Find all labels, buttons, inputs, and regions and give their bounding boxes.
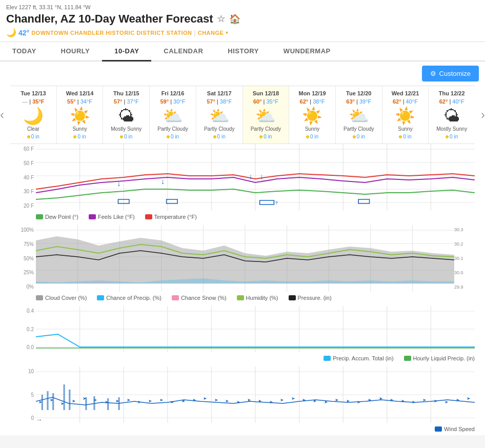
wind-y-labels: 10 5 0	[10, 366, 36, 423]
day-col-8[interactable]: Wed 12/21 62° | 40°F ☀️ Sunny 0 in	[382, 86, 429, 144]
nav-tabs: TODAY HOURLY 10-DAY CALENDAR HISTORY WUN…	[0, 42, 485, 62]
cloud-y-0: 0%	[12, 284, 34, 290]
precip-4: 0 in	[198, 134, 240, 139]
day-col-0[interactable]: Tue 12/13 — | 35°F 🌙 Clear 0 in	[10, 86, 57, 144]
precip-6: 0 in	[291, 134, 333, 139]
precip-1: 0 in	[59, 134, 101, 139]
day-header-7: Tue 12/20	[338, 90, 380, 96]
change-link[interactable]: CHANGE	[198, 30, 224, 36]
feellike-label: Feels Like (°F)	[98, 214, 135, 220]
pressure-label: Pressure. (in)	[298, 295, 332, 301]
humidity-label: Humidity (%)	[246, 295, 278, 301]
svg-text:➤: ➤	[291, 396, 295, 401]
precip-dot-4	[213, 135, 216, 138]
svg-text:➤: ➤	[390, 398, 393, 402]
svg-text:↓: ↓	[161, 177, 165, 185]
legend-wind: Wind Speed	[435, 426, 475, 432]
precip-legend: Precip. Accum. Total (in) Hourly Liquid …	[10, 352, 475, 364]
y-label-50: 50 F	[12, 160, 34, 166]
day-col-1[interactable]: Wed 12/14 55° | 34°F ☀️ Sunny 0 in	[57, 86, 104, 144]
precip-dot-7	[353, 135, 356, 138]
day-col-6[interactable]: Mon 12/19 62° | 38°F ☀️ Sunny 0 in	[289, 86, 336, 144]
precip-dot-6	[306, 135, 309, 138]
precip-dot-8	[399, 135, 402, 138]
weather-icon-5: ⛅	[245, 108, 287, 124]
tab-10day[interactable]: 10-DAY	[102, 42, 151, 62]
day-header-3: Fri 12/16	[152, 90, 194, 96]
tab-hourly[interactable]: HOURLY	[49, 42, 103, 62]
day-col-5[interactable]: Sun 12/18 60° | 35°F ⛅ Partly Cloudy 0 i…	[243, 86, 290, 144]
header: Elev 1227 ft, 33.31 °N, 111.84 °W Chandl…	[0, 0, 485, 42]
svg-text:➤: ➤	[280, 398, 284, 402]
day-col-2[interactable]: Thu 12/15 57° | 37°F 🌤 Mostly Sunny 0 in	[103, 86, 150, 144]
customize-button[interactable]: ⚙ Customize	[422, 66, 479, 82]
day-temps-8: 62° | 40°F	[385, 98, 427, 105]
weather-icon-6: ☀️	[291, 108, 333, 124]
temp-chart-wrapper: 60 F 50 F 40 F 30 F 20 F	[0, 144, 485, 223]
gear-icon: ⚙	[430, 70, 436, 77]
precip-color	[97, 295, 104, 300]
precip-9: 0 in	[431, 134, 473, 139]
day-header-1: Wed 12/14	[59, 90, 101, 96]
svg-text:↓: ↓	[260, 172, 264, 180]
day-col-3[interactable]: Fri 12/16 59° | 30°F ⛅ Partly Cloudy 0 i…	[150, 86, 196, 144]
legend-precip: Chance of Precip. (%)	[97, 295, 161, 301]
day-temps-9: 62° | 40°F	[431, 98, 473, 105]
svg-text:➤: ➤	[236, 400, 240, 404]
dropdown-icon[interactable]: ▾	[226, 30, 228, 35]
day-col-9[interactable]: Thu 12/22 62° | 40°F 🌤 Mostly Sunny 0 in	[429, 86, 475, 144]
star-icon[interactable]: ☆	[217, 13, 225, 25]
pr-302: 30.2	[454, 241, 475, 247]
dewpoint-color	[36, 214, 43, 219]
weather-icon-1: ☀️	[59, 108, 101, 124]
day-temps-7: 63° | 39°F	[338, 98, 380, 105]
snow-label: Chance Snow (%)	[181, 295, 227, 301]
home-icon[interactable]: 🏠	[229, 13, 240, 25]
svg-text:➤: ➤	[456, 398, 459, 402]
next-button[interactable]: ›	[481, 108, 485, 122]
svg-text:➤: ➤	[269, 400, 273, 404]
weather-icon-3: ⛅	[152, 108, 194, 124]
svg-text:➤: ➤	[368, 398, 371, 402]
tab-history[interactable]: HISTORY	[215, 42, 271, 62]
day-header-9: Thu 12/22	[431, 90, 473, 96]
svg-text:?: ?	[275, 200, 278, 206]
tab-today[interactable]: TODAY	[0, 42, 49, 62]
cloud-y-25: 25%	[12, 270, 34, 275]
day-header-6: Mon 12/19	[291, 90, 333, 96]
svg-text:➤: ➤	[192, 398, 196, 402]
temp-y-labels: 60 F 50 F 40 F 30 F 20 F	[10, 144, 36, 211]
station-line: 🌙 42° DOWNTOWN CHANDLER HISTORIC DISTRIC…	[6, 28, 479, 42]
wind-y-5: 5	[12, 392, 34, 398]
prev-button[interactable]: ‹	[0, 108, 4, 122]
wind-legend: Wind Speed	[10, 423, 475, 435]
cloud-color	[36, 295, 43, 300]
y-label-30: 30 F	[12, 189, 34, 194]
weather-icon-2: 🌤	[105, 108, 147, 124]
precip-8: 0 in	[385, 134, 427, 139]
page-container: Elev 1227 ft, 33.31 °N, 111.84 °W Chandl…	[0, 0, 485, 435]
day-col-7[interactable]: Tue 12/20 63° | 39°F ⛅ Partly Cloudy 0 i…	[336, 86, 382, 144]
svg-rect-106	[47, 391, 48, 410]
elev-line: Elev 1227 ft, 33.31 °N, 111.84 °W	[6, 4, 479, 10]
precip-y-labels: 0.4 0.2 0.0	[10, 306, 36, 352]
day-temps-5: 60° | 35°F	[245, 98, 287, 105]
day-col-4[interactable]: Sat 12/17 57° | 38°F ⛅ Partly Cloudy 0 i…	[196, 86, 243, 144]
precip-dot-5	[259, 135, 262, 138]
pr-02: 0.2	[12, 327, 34, 332]
moon-icon: 🌙	[6, 28, 16, 37]
tab-calendar[interactable]: CALENDAR	[151, 42, 215, 62]
svg-text:➤: ➤	[444, 400, 448, 404]
svg-rect-112	[107, 398, 109, 410]
svg-rect-109	[69, 390, 70, 410]
tab-wundermap[interactable]: WUNDERMAP	[271, 42, 343, 62]
legend-snow: Chance Snow (%)	[172, 295, 227, 301]
cloud-y-labels: 100% 75% 50% 25% 0%	[10, 225, 36, 292]
pressure-y-labels: 30.3 30.2 30.1 30.0 29.9	[454, 225, 475, 292]
weather-icon-8: ☀️	[385, 108, 427, 124]
day-header-8: Wed 12/21	[385, 90, 427, 96]
station-name[interactable]: DOWNTOWN CHANDLER HISTORIC DISTRICT STAT…	[31, 30, 192, 36]
city-title: Chandler, AZ 10-Day Weather Forecast ☆ 🏠	[6, 12, 479, 26]
forecast-container: ‹ Tue 12/13 — | 35°F 🌙 Clear 0 in Wed 12…	[0, 86, 485, 144]
day-temps-3: 59° | 30°F	[152, 98, 194, 105]
